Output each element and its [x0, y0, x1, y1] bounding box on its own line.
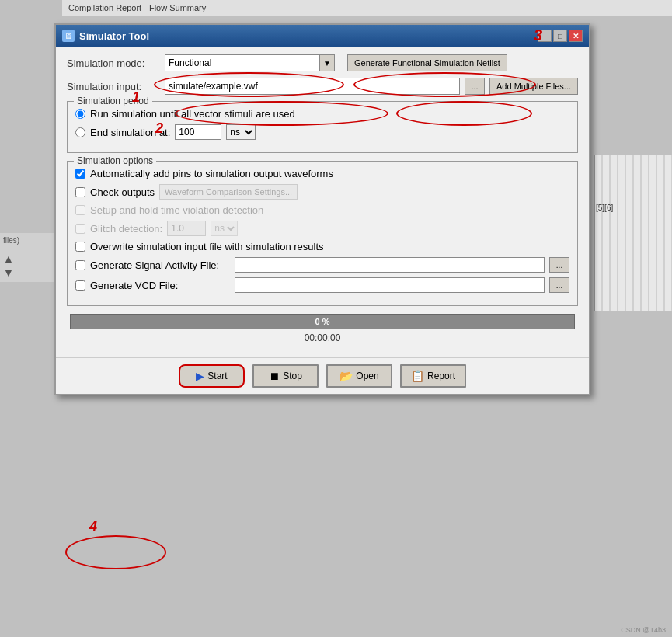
progress-section: 0 % 00:00:00 [67, 314, 578, 343]
report-button[interactable]: 📋 Report [400, 364, 466, 388]
sim-mode-dropdown-arrow[interactable]: ▼ [319, 54, 335, 71]
radio-run-all-input[interactable] [75, 109, 85, 119]
background-topbar: Compilation Report - Flow Summary [62, 0, 672, 16]
start-button[interactable]: ▶ Start [179, 364, 245, 388]
dialog-title: Simulator Tool [79, 30, 149, 42]
vcd-row: Generate VCD File: ... [75, 277, 569, 293]
stop-button[interactable]: ⏹ Stop [252, 364, 319, 388]
overwrite-input-label: Overwrite simulation input file with sim… [90, 241, 324, 252]
overwrite-input-checkbox[interactable] [75, 242, 85, 252]
setup-hold-checkbox [75, 205, 85, 215]
auto-add-pins-row: Automatically add pins to simulation out… [75, 168, 569, 179]
sim-input-row: Simulation input: ... Add Multiple Files… [67, 78, 578, 95]
sim-options-group: Simulation options Automatically add pin… [67, 161, 578, 306]
browse-button[interactable]: ... [465, 78, 485, 95]
left-sidebar: files) ▲ ▼ [0, 233, 54, 282]
setup-hold-label: Setup and hold time violation detection [90, 204, 263, 216]
annotation-2: 2 [155, 120, 163, 137]
signal-activity-input[interactable] [235, 257, 545, 273]
generate-netlist-button[interactable]: Generate Functional Simulation Netlist [347, 54, 507, 71]
sim-period-group: Simulation period Run simulation until a… [67, 101, 578, 153]
sim-mode-label: Simulation mode: [67, 57, 160, 69]
bg-title: Compilation Report - Flow Summary [68, 3, 206, 12]
report-label: Report [427, 371, 455, 381]
radio-run-all: Run simulation until all vector stimuli … [75, 108, 569, 120]
open-label: Open [356, 371, 378, 381]
progress-time: 00:00:00 [70, 332, 575, 343]
vcd-browse-button[interactable]: ... [549, 277, 569, 293]
sim-options-label: Simulation options [74, 155, 156, 166]
vcd-checkbox[interactable] [75, 280, 85, 291]
annotation-3: 3 [534, 26, 542, 44]
radio-end-at: End simulation at: ns us ms [75, 124, 569, 140]
stop-label: Stop [283, 371, 302, 381]
open-button[interactable]: 📂 Open [326, 364, 392, 388]
setup-hold-row: Setup and hold time violation detection [75, 204, 569, 216]
waveform-panel [594, 155, 672, 311]
waveform-compare-button: Waveform Comparison Settings... [159, 184, 298, 200]
check-outputs-row: Check outputs Waveform Comparison Settin… [75, 184, 569, 200]
dialog-buttons: ▶ Start ⏹ Stop 📂 Open 📋 Report [56, 357, 589, 394]
vcd-input[interactable] [235, 277, 545, 293]
dialog-icon: 🖥 [62, 30, 75, 42]
vcd-label: Generate VCD File: [90, 280, 230, 291]
progress-percent: 0 % [315, 317, 330, 326]
signal-activity-checkbox[interactable] [75, 260, 85, 270]
signal-activity-row: Generate Signal Activity File: ... [75, 257, 569, 273]
radio-end-at-input[interactable] [75, 127, 85, 137]
sim-mode-row: Simulation mode: ▼ Generate Functional S… [67, 54, 578, 71]
add-files-button[interactable]: Add Multiple Files... [489, 78, 578, 95]
end-sim-unit[interactable]: ns us ms [226, 124, 256, 140]
maximize-button[interactable]: □ [553, 30, 567, 42]
start-icon: ▶ [196, 370, 204, 382]
auto-add-pins-label: Automatically add pins to simulation out… [90, 168, 333, 179]
annotation-4: 4 [89, 519, 97, 535]
titlebar-buttons: _ □ ✕ [538, 30, 583, 42]
sim-input-label: Simulation input: [67, 81, 160, 92]
progress-bar: 0 % [70, 314, 575, 329]
glitch-value [167, 221, 206, 236]
overwrite-input-row: Overwrite simulation input file with sim… [75, 241, 569, 252]
dialog-titlebar: 🖥 Simulator Tool _ □ ✕ [56, 25, 589, 47]
start-label: Start [207, 371, 227, 381]
x-labels: [5][6] [594, 202, 672, 214]
stop-icon: ⏹ [269, 370, 280, 382]
glitch-detection-label: Glitch detection: [90, 223, 162, 235]
open-icon: 📂 [339, 370, 353, 382]
watermark: CSDN @T4b3 [621, 626, 666, 634]
signal-activity-browse-button[interactable]: ... [549, 257, 569, 273]
radio-run-all-label: Run simulation until all vector stimuli … [90, 108, 295, 120]
check-outputs-label: Check outputs [90, 186, 155, 198]
glitch-detection-checkbox [75, 224, 85, 234]
report-icon: 📋 [411, 370, 424, 382]
sim-mode-input[interactable] [165, 54, 320, 71]
sim-period-label: Simulation period [74, 96, 152, 106]
close-button[interactable]: ✕ [569, 30, 583, 42]
annotation-1: 1 [132, 89, 140, 106]
titlebar-left: 🖥 Simulator Tool [62, 30, 149, 42]
simulator-dialog: 🖥 Simulator Tool _ □ ✕ 3 Simulation mode… [54, 23, 590, 395]
signal-activity-label: Generate Signal Activity File: [90, 259, 230, 271]
glitch-detection-row: Glitch detection: ns [75, 221, 569, 236]
glitch-unit: ns [211, 221, 238, 236]
auto-add-pins-checkbox[interactable] [75, 169, 85, 179]
sim-input-field[interactable] [165, 78, 460, 95]
end-sim-value[interactable] [175, 124, 221, 140]
check-outputs-checkbox[interactable] [75, 187, 85, 197]
